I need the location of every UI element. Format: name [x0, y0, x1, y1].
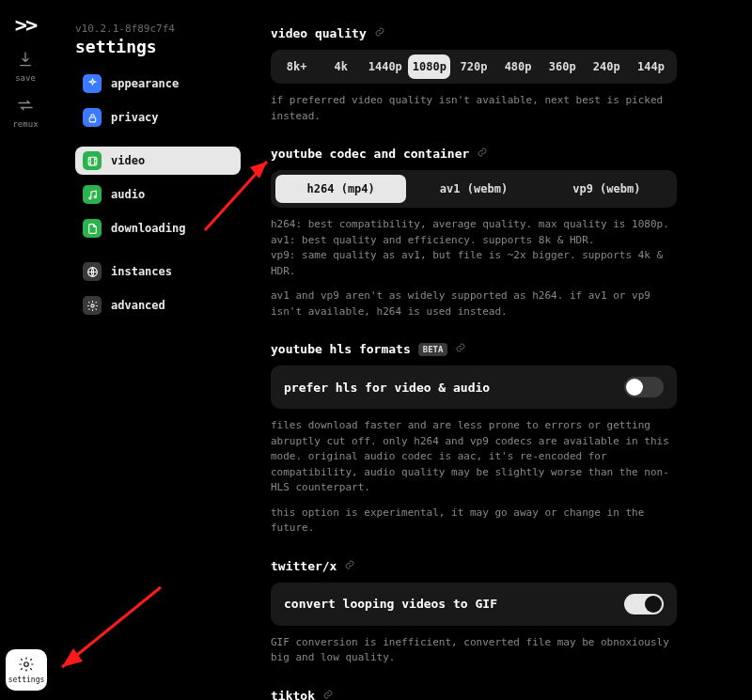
rail-item-remux[interactable]: remux	[4, 96, 47, 129]
rail-item-label: remux	[12, 119, 38, 129]
switch[interactable]	[624, 377, 664, 397]
lock-icon	[83, 108, 102, 127]
section-tiktok: tiktok prefer HEVC/H265 format allows do…	[271, 689, 677, 701]
section-youtube-hls: youtube hls formats BETA prefer hls for …	[271, 342, 677, 537]
option-4k[interactable]: 4k	[320, 54, 362, 79]
annotation-arrow	[53, 583, 165, 677]
app-rail: >> save remux	[0, 0, 51, 700]
section-note: av1 and vp9 aren't as widely supported a…	[271, 288, 677, 319]
option-144p[interactable]: 144p	[630, 54, 672, 79]
section-note: files download faster and are less prone…	[271, 418, 677, 496]
sparkle-icon	[83, 74, 102, 93]
download-icon	[16, 50, 35, 70]
sidebar-item-label: instances	[111, 265, 172, 278]
link-icon[interactable]	[322, 689, 334, 701]
section-note: if preferred video quality isn't availab…	[271, 93, 677, 124]
section-note: h264: best compatibility, average qualit…	[271, 217, 677, 279]
beta-badge: BETA	[418, 343, 448, 356]
section-title: youtube codec and container	[271, 147, 469, 161]
sidebar-item-label: video	[111, 154, 145, 167]
toggle-prefer-hls[interactable]: prefer hls for video & audio	[271, 366, 677, 409]
section-youtube-codec: youtube codec and container h264 (mp4)av…	[271, 147, 677, 319]
video-quality-segmented[interactable]: 8k+4k1440p1080p720p480p360p240p144p	[271, 50, 677, 84]
option-360p[interactable]: 360p	[541, 54, 584, 79]
remux-icon	[16, 96, 35, 117]
toggle-label: convert looping videos to GIF	[284, 597, 497, 611]
app-logo[interactable]: >>	[15, 13, 37, 37]
link-icon[interactable]	[374, 26, 385, 40]
gear-icon	[83, 296, 102, 315]
rail-item-label: settings	[8, 676, 45, 684]
svg-marker-8	[250, 162, 267, 179]
link-icon[interactable]	[344, 559, 355, 573]
sidebar-item-privacy[interactable]: privacy	[75, 103, 241, 132]
option-480p[interactable]: 480p	[497, 54, 540, 79]
globe-icon	[83, 262, 102, 281]
link-icon[interactable]	[455, 342, 466, 356]
section-title: tiktok	[271, 689, 315, 701]
option-1440p[interactable]: 1440p	[364, 54, 406, 79]
page-title: settings	[75, 37, 241, 56]
youtube-codec-segmented[interactable]: h264 (mp4)av1 (webm)vp9 (webm)	[271, 170, 677, 208]
section-twitter: twitter/x convert looping videos to GIF …	[271, 559, 677, 666]
switch[interactable]	[624, 594, 664, 614]
svg-marker-10	[62, 648, 83, 667]
option-720p[interactable]: 720p	[452, 54, 494, 79]
rail-item-save[interactable]: save	[4, 50, 47, 83]
svg-point-3	[88, 196, 90, 198]
rail-item-settings[interactable]: settings	[6, 649, 47, 691]
svg-line-9	[62, 587, 161, 667]
section-video-quality: video quality 8k+4k1440p1080p720p480p360…	[271, 26, 677, 124]
option-av1-webm-[interactable]: av1 (webm)	[408, 175, 539, 203]
section-note: GIF conversion is inefficient, converted…	[271, 635, 677, 666]
sidebar-item-label: downloading	[111, 222, 185, 235]
option-vp9-webm-[interactable]: vp9 (webm)	[541, 175, 672, 203]
option-h264-mp4-[interactable]: h264 (mp4)	[275, 175, 406, 203]
option-1080p[interactable]: 1080p	[408, 54, 450, 79]
sidebar-item-appearance[interactable]: appearance	[75, 70, 241, 98]
option-8k-[interactable]: 8k+	[275, 54, 318, 79]
settings-main: video quality 8k+4k1440p1080p720p480p360…	[271, 26, 677, 700]
sidebar-item-instances[interactable]: instances	[75, 257, 241, 286]
film-icon	[83, 151, 102, 170]
svg-point-4	[94, 195, 96, 197]
section-title: video quality	[271, 26, 367, 40]
sidebar-item-label: advanced	[111, 299, 165, 312]
option-240p[interactable]: 240p	[586, 54, 628, 79]
sidebar-item-downloading[interactable]: downloading	[75, 214, 241, 242]
music-icon	[83, 185, 102, 204]
svg-point-6	[90, 303, 93, 306]
section-title: twitter/x	[271, 559, 337, 573]
sidebar-item-video[interactable]: video	[75, 147, 241, 175]
rail-item-label: save	[15, 73, 36, 83]
settings-sidebar: v10.2.1-8f89c7f4 settings appearancepriv…	[75, 23, 241, 334]
section-title: youtube hls formats	[271, 342, 411, 356]
gear-icon	[18, 656, 35, 675]
file-icon	[83, 219, 102, 238]
svg-point-0	[24, 662, 29, 667]
app-version: v10.2.1-8f89c7f4	[75, 23, 241, 35]
sidebar-item-advanced[interactable]: advanced	[75, 291, 241, 319]
toggle-convert-gif[interactable]: convert looping videos to GIF	[271, 583, 677, 626]
sidebar-item-audio[interactable]: audio	[75, 180, 241, 209]
sidebar-item-label: privacy	[111, 111, 159, 124]
svg-rect-1	[89, 117, 96, 121]
link-icon[interactable]	[477, 147, 488, 161]
toggle-label: prefer hls for video & audio	[284, 381, 490, 395]
svg-rect-2	[88, 157, 97, 165]
section-note: this option is experimental, it may go a…	[271, 506, 677, 537]
sidebar-item-label: audio	[111, 188, 145, 201]
sidebar-item-label: appearance	[111, 77, 179, 90]
